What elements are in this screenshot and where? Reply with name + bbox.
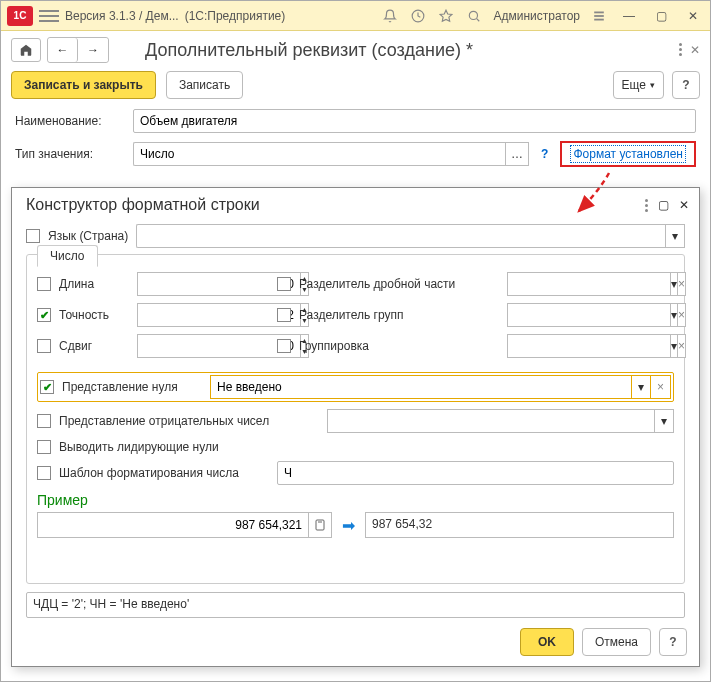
neg-rep-label: Представление отрицательных чисел [59, 414, 319, 428]
dialog-menu-icon[interactable] [645, 199, 648, 212]
title-platform: (1С:Предприятие) [185, 9, 286, 23]
lang-input[interactable] [136, 224, 665, 248]
dialog-close-button[interactable]: ✕ [679, 198, 689, 212]
minimize-button[interactable]: — [618, 5, 640, 27]
length-input[interactable] [137, 272, 300, 296]
history-icon[interactable] [409, 7, 427, 25]
grouping-dropdown[interactable]: ▾ [670, 334, 678, 358]
fraction-sep-checkbox[interactable] [277, 277, 291, 291]
zero-rep-checkbox[interactable] [40, 380, 54, 394]
zero-rep-dropdown[interactable]: ▾ [631, 375, 651, 399]
precision-checkbox[interactable] [37, 308, 51, 322]
lang-checkbox[interactable] [26, 229, 40, 243]
grouping-clear[interactable]: × [678, 334, 686, 358]
dialog-maximize-button[interactable]: ▢ [658, 198, 669, 212]
template-checkbox[interactable] [37, 466, 51, 480]
type-label: Тип значения: [15, 147, 125, 161]
example-label: Пример [37, 492, 674, 508]
menu-icon[interactable] [39, 10, 59, 22]
more-button[interactable]: Еще ▾ [613, 71, 664, 99]
calculator-icon[interactable] [308, 512, 332, 538]
neg-rep-input[interactable] [327, 409, 654, 433]
zero-rep-clear[interactable]: × [651, 375, 671, 399]
group-sep-input[interactable] [507, 303, 670, 327]
leading-zeros-checkbox[interactable] [37, 440, 51, 454]
fraction-sep-input[interactable] [507, 272, 670, 296]
name-label: Наименование: [15, 114, 125, 128]
format-link[interactable]: Формат установлен [570, 145, 686, 163]
maximize-button[interactable]: ▢ [650, 5, 672, 27]
user-menu-icon[interactable] [590, 7, 608, 25]
fraction-sep-clear[interactable]: × [678, 272, 686, 296]
star-icon[interactable] [437, 7, 455, 25]
type-input[interactable] [133, 142, 505, 166]
grouping-checkbox[interactable] [277, 339, 291, 353]
group-sep-clear[interactable]: × [678, 303, 686, 327]
svg-point-2 [470, 11, 478, 19]
leading-zeros-label: Выводить лидирующие нули [59, 440, 219, 454]
example-output: 987 654,32 [365, 512, 674, 538]
example-input[interactable] [37, 512, 308, 538]
forward-button[interactable]: → [78, 38, 108, 62]
save-button[interactable]: Записать [166, 71, 243, 99]
help-button[interactable]: ? [672, 71, 700, 99]
title-version: Версия 3.1.3 / Дем... [65, 9, 179, 23]
fraction-sep-label: Разделитель дробной части [299, 277, 499, 291]
zero-rep-label: Представление нуля [62, 380, 202, 394]
template-input[interactable] [277, 461, 674, 485]
more-label: Еще [622, 78, 646, 92]
close-window-button[interactable]: ✕ [682, 5, 704, 27]
result-string: ЧДЦ = '2'; ЧН = 'Не введено' [26, 592, 685, 618]
home-button[interactable] [11, 38, 41, 62]
group-sep-label: Разделитель групп [299, 308, 499, 322]
svg-marker-1 [441, 10, 453, 21]
lang-dropdown-button[interactable]: ▾ [665, 224, 685, 248]
lang-label: Язык (Страна) [48, 229, 128, 243]
dialog-title: Конструктор форматной строки [26, 196, 260, 214]
name-row: Наименование: [1, 105, 710, 137]
neg-rep-dropdown[interactable]: ▾ [654, 409, 674, 433]
zero-rep-input[interactable] [210, 375, 631, 399]
type-picker-button[interactable]: … [505, 142, 529, 166]
tab-number[interactable]: Число [37, 245, 98, 267]
page-title: Дополнительный реквизит (создание) * [145, 40, 473, 61]
group-sep-checkbox[interactable] [277, 308, 291, 322]
group-sep-dropdown[interactable]: ▾ [670, 303, 678, 327]
search-icon[interactable] [465, 7, 483, 25]
svg-line-3 [477, 18, 480, 21]
nav-row: ← → Дополнительный реквизит (создание) *… [1, 31, 710, 65]
cancel-button[interactable]: Отмена [582, 628, 651, 656]
neg-rep-checkbox[interactable] [37, 414, 51, 428]
format-dialog: Конструктор форматной строки ▢ ✕ Язык (С… [11, 187, 700, 667]
precision-label: Точность [59, 308, 129, 322]
type-help-icon[interactable]: ? [541, 147, 548, 161]
user-name[interactable]: Администратор [493, 9, 580, 23]
chevron-down-icon: ▾ [650, 80, 655, 90]
template-label: Шаблон форматирования числа [59, 466, 269, 480]
format-link-highlight: Формат установлен [560, 141, 696, 167]
page-close-button[interactable]: ✕ [690, 43, 700, 57]
annotation-arrow-icon [569, 171, 629, 215]
titlebar: 1C Версия 3.1.3 / Дем... (1С:Предприятие… [1, 1, 710, 31]
page-menu-icon[interactable] [679, 43, 682, 57]
bell-icon[interactable] [381, 7, 399, 25]
back-button[interactable]: ← [48, 38, 78, 62]
shift-input[interactable] [137, 334, 300, 358]
grouping-label: Группировка [299, 339, 499, 353]
action-row: Записать и закрыть Записать Еще ▾ ? [1, 65, 710, 105]
shift-checkbox[interactable] [37, 339, 51, 353]
dialog-help-button[interactable]: ? [659, 628, 687, 656]
precision-input[interactable] [137, 303, 300, 327]
name-input[interactable] [133, 109, 696, 133]
grouping-input[interactable] [507, 334, 670, 358]
fraction-sep-dropdown[interactable]: ▾ [670, 272, 678, 296]
length-label: Длина [59, 277, 129, 291]
save-close-button[interactable]: Записать и закрыть [11, 71, 156, 99]
app-logo: 1C [7, 6, 33, 26]
length-checkbox[interactable] [37, 277, 51, 291]
shift-label: Сдвиг [59, 339, 129, 353]
type-row: Тип значения: … ? Формат установлен [1, 137, 710, 171]
ok-button[interactable]: OK [520, 628, 574, 656]
arrow-right-icon: ➡ [342, 516, 355, 535]
